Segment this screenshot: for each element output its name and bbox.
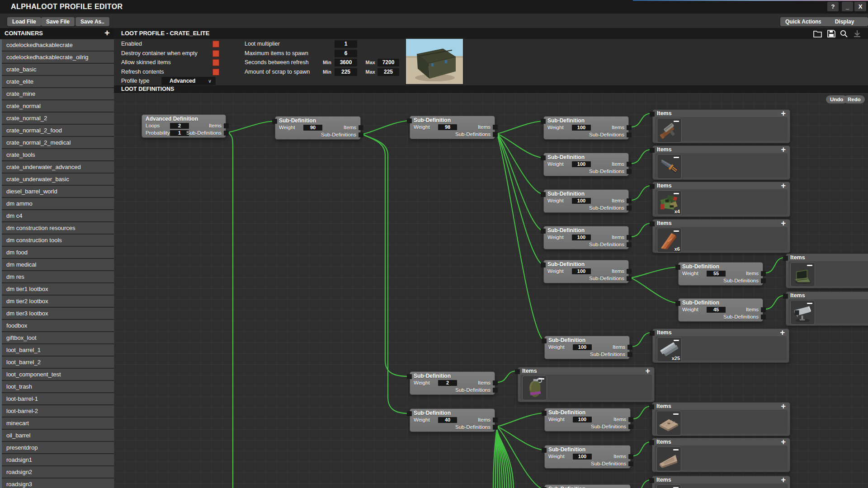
add-item-button[interactable]: + — [781, 109, 786, 117]
sub-definitions-output-port[interactable] — [627, 132, 632, 137]
container-list-item[interactable]: loot_component_test — [2, 369, 114, 380]
item-slot-combat-knife[interactable] — [657, 154, 682, 179]
value-input[interactable]: 1 — [335, 40, 357, 48]
item-slot-pistol[interactable] — [657, 118, 682, 143]
container-list-item[interactable]: dm tier3 lootbox — [2, 308, 114, 319]
node-input-port[interactable] — [407, 374, 412, 379]
sub-definitions-output-port[interactable] — [627, 352, 632, 357]
items-output-port[interactable] — [628, 454, 633, 459]
save-file-button[interactable]: Save File — [41, 17, 75, 26]
minimize-button[interactable]: _ — [842, 2, 853, 11]
max-input[interactable]: 225 — [377, 68, 399, 76]
add-item-button[interactable]: + — [780, 328, 785, 337]
container-list-item[interactable]: loot_barrel_2 — [2, 357, 114, 368]
add-item-button[interactable]: + — [781, 476, 786, 484]
node-input-port[interactable] — [675, 301, 680, 306]
node-sub-definition[interactable]: Sub-DefinitionWeight100ItemsSub-Definiti… — [544, 336, 630, 359]
red-checkbox[interactable] — [212, 69, 219, 75]
min-input[interactable]: 3600 — [335, 59, 357, 66]
close-button[interactable]: X — [854, 2, 866, 11]
container-list-item[interactable]: roadsign3 — [2, 479, 114, 488]
save-as-button[interactable]: Save As.. — [75, 17, 109, 26]
items-output-port[interactable] — [627, 125, 632, 130]
node-sub-definition[interactable]: Sub-DefinitionWeight40ItemsSub-Definitio… — [410, 408, 495, 432]
remove-item-icon[interactable] — [674, 340, 679, 341]
container-list-item[interactable]: minecart — [2, 418, 114, 429]
redo-button[interactable]: Redo — [844, 95, 865, 103]
container-list-item[interactable]: diesel_barrel_world — [2, 186, 114, 197]
node-sub-definition[interactable]: Sub-DefinitionWeight100ItemsSub-Definiti… — [543, 116, 629, 140]
item-slot-metal-pipe[interactable]: x25 — [657, 337, 682, 362]
container-list-item[interactable]: crate_normal_2 — [2, 113, 114, 124]
container-list-item[interactable]: crate_underwater_advanced — [2, 161, 114, 173]
panel-input-port[interactable] — [650, 184, 655, 189]
red-checkbox[interactable] — [212, 59, 219, 66]
node-input-port[interactable] — [542, 411, 547, 416]
add-item-button[interactable]: + — [781, 219, 786, 227]
container-list-item[interactable]: loot-barrel-2 — [2, 405, 114, 417]
profile-type-dropdown[interactable]: Advanced ∨ — [161, 77, 216, 85]
container-list-item[interactable]: dm medical — [2, 259, 114, 270]
panel-input-port[interactable] — [650, 221, 655, 226]
node-sub-definition[interactable]: Sub-DefinitionWeight100ItemsSub-Definiti… — [543, 153, 629, 176]
node-input-port[interactable] — [541, 119, 546, 124]
items-output-port[interactable] — [493, 418, 498, 422]
items-output-port[interactable] — [627, 198, 632, 203]
node-input-port[interactable] — [541, 192, 546, 197]
add-item-button[interactable]: + — [781, 438, 786, 446]
node-sub-definition[interactable]: Sub-DefinitionWeightItemsSub-Definitions — [544, 484, 631, 488]
weight-input[interactable]: 100 — [573, 417, 592, 422]
container-list-item[interactable]: crate_basic — [2, 64, 114, 75]
weight-input[interactable]: 40 — [438, 417, 457, 423]
node-sub-definition[interactable]: Sub-DefinitionWeight100ItemsSub-Definiti… — [543, 260, 629, 283]
panel-input-port[interactable] — [515, 369, 520, 374]
add-item-button[interactable]: + — [645, 367, 650, 375]
items-output-port[interactable] — [493, 125, 498, 130]
sub-definitions-output-port[interactable] — [761, 278, 766, 283]
container-list-item[interactable]: dm tier1 lootbox — [2, 283, 114, 295]
node-sub-definition[interactable]: Sub-DefinitionWeight100ItemsSub-Definiti… — [544, 445, 631, 469]
weight-input[interactable]: 100 — [573, 344, 592, 350]
node-input-port[interactable] — [541, 229, 546, 234]
remove-item-icon[interactable] — [807, 265, 812, 266]
container-list-item[interactable]: roadsign2 — [2, 466, 114, 478]
item-slot-leather[interactable]: x6 — [657, 228, 682, 253]
node-sub-definition[interactable]: Sub-DefinitionWeight2ItemsSub-Definition… — [410, 371, 495, 395]
container-list-item[interactable]: crate_normal_2_food — [2, 125, 114, 136]
sub-definitions-output-port[interactable] — [761, 314, 766, 319]
save-disk-icon[interactable] — [826, 29, 836, 38]
item-slot-grenade[interactable] — [522, 375, 547, 400]
weight-input[interactable]: 100 — [572, 268, 591, 274]
item-slot-wood-floor-triangle[interactable] — [656, 446, 681, 471]
items-output-port[interactable] — [224, 123, 229, 128]
node-sub-definition[interactable]: Sub-DefinitionWeight90ItemsSub-Definitio… — [275, 116, 361, 140]
container-list-item[interactable]: loot_trash — [2, 381, 114, 392]
panel-input-port[interactable] — [650, 148, 655, 153]
items-output-port[interactable] — [627, 345, 632, 350]
node-input-port[interactable] — [541, 155, 546, 160]
node-sub-definition[interactable]: Sub-DefinitionWeight100ItemsSub-Definiti… — [543, 189, 629, 213]
container-list-item[interactable]: presentdrop — [2, 442, 114, 453]
quick-actions-button[interactable]: Quick Actions — [780, 17, 826, 26]
min-input[interactable]: 225 — [335, 68, 357, 76]
weight-input[interactable]: 98 — [438, 124, 457, 130]
items-output-port[interactable] — [359, 125, 363, 130]
display-options-button[interactable]: Display Options — [821, 17, 868, 26]
container-list-item[interactable]: codelockedhackablecrate — [2, 39, 114, 51]
add-item-button[interactable]: + — [781, 402, 786, 410]
container-list-item[interactable]: oil_barrel — [2, 430, 114, 441]
container-list-item[interactable]: dm construction tools — [2, 235, 114, 246]
panel-input-port[interactable] — [649, 440, 654, 445]
container-list-item[interactable]: codelockedhackablecrate_oilrig — [2, 52, 114, 63]
sub-definitions-output-port[interactable] — [628, 424, 633, 429]
container-list-item[interactable]: crate_tools — [2, 149, 114, 160]
container-list-item[interactable]: roadsign1 — [2, 454, 114, 465]
weight-input[interactable]: 2 — [438, 380, 457, 386]
node-input-port[interactable] — [542, 338, 547, 343]
node-advanced-definition[interactable]: Advanced DefinitionLoops2ItemsProbabilit… — [142, 114, 226, 138]
container-list-item[interactable]: dm c4 — [2, 210, 114, 221]
sub-definitions-output-port[interactable] — [359, 132, 363, 137]
item-slot-targeting-computer[interactable] — [790, 262, 815, 287]
container-list-item[interactable]: crate_mine — [2, 88, 114, 99]
remove-item-icon[interactable] — [673, 449, 679, 450]
